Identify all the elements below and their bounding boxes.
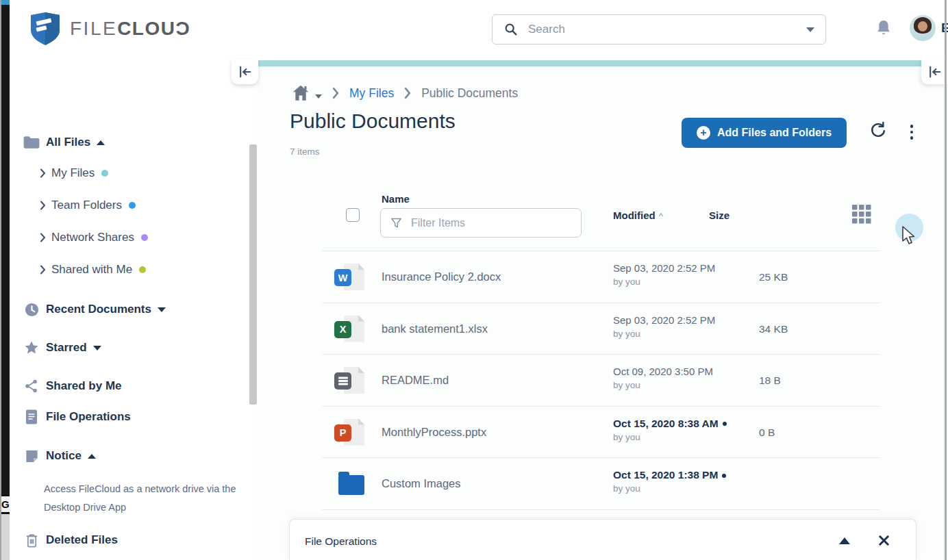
file-modified: Sep 03, 2020 2:52 PM by you [613, 314, 757, 339]
recent-change-dot [723, 422, 727, 426]
sidebar-subitem[interactable]: Team Folders [10, 189, 257, 221]
sidebar-subitem[interactable]: Shared with Me [10, 253, 257, 285]
collapse-caret-icon[interactable] [88, 454, 96, 459]
breadcrumb-home[interactable] [290, 84, 322, 102]
file-row[interactable]: README.md Oct 09, 2020 3:50 PM by you 18… [322, 355, 880, 407]
breadcrumb-link-my-files[interactable]: My Files [349, 86, 394, 101]
file-type-icon: W [334, 263, 371, 292]
chevron-right-icon[interactable] [39, 168, 47, 179]
status-dot [141, 234, 148, 241]
chevron-right-icon[interactable] [39, 200, 47, 211]
background-window-edge: Gr [0, 0, 10, 560]
filter-input[interactable]: Filter Items [380, 208, 582, 238]
file-operations-panel-title: File Operations [305, 535, 377, 548]
sidebar-item-deleted-files[interactable]: Deleted Files [10, 530, 257, 550]
chevron-right-icon[interactable] [39, 264, 47, 275]
expand-caret-icon[interactable] [158, 307, 166, 312]
refresh-button[interactable] [869, 121, 887, 142]
file-type-icon: X [334, 315, 371, 344]
background-window-snippet: Gr [1, 495, 10, 513]
user-avatar[interactable] [910, 15, 936, 41]
file-size: 18 B [759, 374, 781, 387]
collapse-caret-icon[interactable] [97, 140, 105, 145]
file-modified: Oct 15, 2020 8:38 AM by you [613, 418, 757, 442]
more-options-button[interactable] [903, 121, 920, 143]
file-type-icon [334, 366, 371, 395]
grid-view-toggle[interactable] [851, 204, 872, 227]
file-row[interactable]: W Insurance Policy 2.docx Sep 03, 2020 2… [322, 251, 880, 303]
sidebar-item-label: Notice [46, 449, 82, 463]
file-row[interactable]: P MonthlyProcess.pptx Oct 15, 2020 8:38 … [322, 407, 880, 459]
topbar: FILECLOUƆ Search E [10, 0, 948, 60]
chevron-right-icon [332, 87, 340, 99]
background-window-titlebar [1, 0, 10, 5]
content-accent-bar [257, 60, 948, 66]
notice-text: Access FileCloud as a network drive via … [44, 480, 244, 517]
folder-icon [23, 135, 40, 150]
sidebar-item-starred[interactable]: Starred [10, 338, 257, 358]
notifications-bell-icon[interactable] [874, 18, 893, 42]
sidebar-item-file-operations[interactable]: File Operations [10, 407, 257, 427]
filecloud-shield-icon [30, 12, 60, 46]
select-all-checkbox[interactable] [346, 208, 360, 222]
file-row[interactable]: X bank statement1.xlsx Sep 03, 2020 2:52… [322, 303, 880, 355]
column-header-name[interactable]: Name [382, 193, 410, 205]
sidebar-scrollbar[interactable] [249, 144, 257, 405]
filter-funnel-icon [390, 216, 403, 229]
sidebar-item-label: Recent Documents [46, 303, 151, 316]
file-type-icon [334, 470, 371, 498]
sidebar-subitem[interactable]: Network Shares [10, 221, 257, 253]
sort-ascending-icon: ^ [659, 211, 663, 221]
column-header-modified[interactable]: Modified^ [613, 209, 663, 221]
breadcrumb-home-caret-icon[interactable] [315, 94, 322, 99]
sidebar-item-label: File Operations [46, 410, 131, 424]
add-files-button[interactable]: + Add Files and Folders [682, 118, 847, 148]
file-row[interactable]: Custom Images Oct 15, 2020 1:38 PM by yo… [322, 458, 880, 510]
status-dot [129, 202, 136, 209]
sidebar-subitem[interactable]: My Files [10, 157, 257, 189]
sidebar-item-shared-by-me[interactable]: Shared by Me [10, 376, 257, 396]
file-list: W Insurance Policy 2.docx Sep 03, 2020 2… [322, 251, 880, 510]
mouse-cursor [901, 226, 919, 249]
trash-icon [23, 533, 40, 548]
filter-placeholder: Filter Items [411, 217, 465, 229]
document-icon [23, 409, 40, 425]
sidebar-item-label: Shared by Me [46, 379, 122, 393]
column-header-size[interactable]: Size [709, 209, 729, 221]
file-size: 34 KB [759, 323, 788, 335]
file-operations-panel: File Operations [289, 519, 916, 560]
sidebar-children: My Files Team Folders Network Shares Sha… [10, 157, 257, 285]
grid-icon [851, 204, 872, 225]
screen: Gr FILECLOUƆ Search [0, 0, 948, 560]
item-count: 7 items [290, 147, 320, 157]
sidebar-collapse-button[interactable] [232, 59, 258, 84]
table-header: Name Filter Items Modified^ Size [322, 192, 880, 251]
collapse-left-icon [238, 65, 253, 79]
sidebar-item-all-files[interactable]: All Files [10, 132, 257, 153]
sidebar-item-notice[interactable]: Notice [10, 446, 257, 466]
file-name: MonthlyProcess.pptx [382, 426, 486, 439]
filecloud-logo[interactable]: FILECLOUƆ [30, 12, 190, 46]
file-size: 25 KB [759, 271, 788, 283]
plus-icon: + [697, 126, 710, 140]
background-window-text: Gr [1, 496, 10, 512]
panel-expand-icon[interactable] [839, 537, 850, 544]
star-icon [23, 340, 40, 356]
sidebar-item-label: Deleted Files [46, 533, 118, 547]
add-files-button-label: Add Files and Folders [717, 127, 832, 139]
sidebar-item-label: Starred [46, 341, 87, 355]
chevron-right-icon [403, 87, 412, 99]
status-dot [139, 266, 146, 273]
file-name: README.md [382, 374, 449, 387]
chevron-right-icon[interactable] [39, 232, 47, 243]
sidebar-item-recent-documents[interactable]: Recent Documents [10, 299, 257, 320]
sidebar-subitem-label: Network Shares [51, 231, 134, 244]
background-window-footer [1, 514, 10, 560]
window-scrollbar[interactable] [945, 0, 947, 560]
search-bar[interactable]: Search [492, 14, 826, 44]
file-name: Insurance Policy 2.docx [382, 270, 501, 283]
panel-close-icon[interactable] [877, 534, 890, 546]
sidebar-subitem-label: Shared with Me [51, 263, 132, 277]
search-scope-dropdown-icon[interactable] [806, 27, 814, 32]
expand-caret-icon[interactable] [93, 346, 101, 351]
